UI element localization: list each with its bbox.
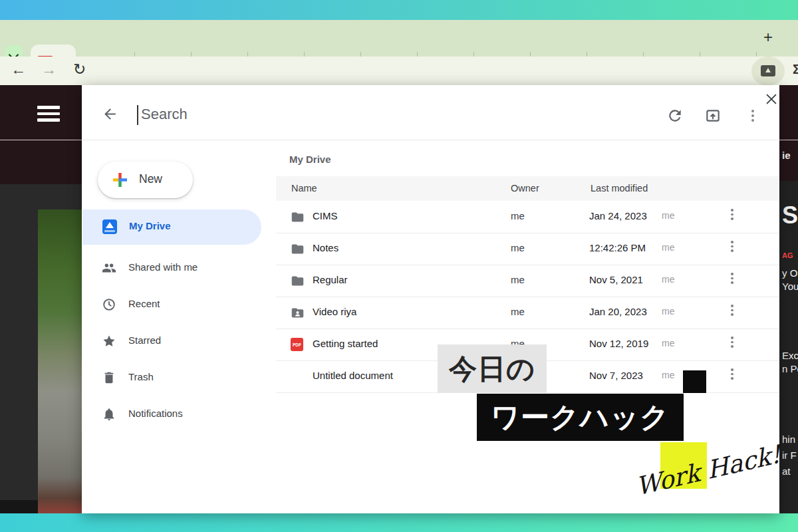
row-more-icon[interactable] (731, 305, 733, 316)
pdf-icon: PDF (291, 338, 303, 351)
table-row[interactable]: Video riya me Jan 20, 2023 me (276, 297, 779, 329)
open-in-window-icon[interactable] (704, 107, 722, 124)
new-button[interactable]: New (98, 162, 193, 198)
browser-toolbar: ← → ↻ makeuseof.com Σ (0, 57, 798, 85)
row-more-icon[interactable] (731, 336, 733, 348)
folder-icon (291, 210, 305, 224)
row-more-icon[interactable] (731, 273, 733, 284)
article-photo (38, 209, 82, 513)
table-row[interactable]: Notes me 12:42:26 PM me (276, 233, 779, 265)
column-name[interactable]: Name (291, 183, 317, 194)
browser-tab-bar: HUD M You Bac Che Bac 11v wor FEx San fi… (0, 20, 798, 57)
bell-icon (102, 407, 116, 422)
sidebar-item-recent[interactable]: Recent (82, 291, 261, 318)
page-header-left (0, 85, 82, 140)
forward-icon[interactable]: → (41, 61, 57, 78)
refresh-icon[interactable] (666, 107, 684, 124)
black-square-accent (683, 370, 706, 393)
extensions-button[interactable] (751, 57, 785, 86)
row-more-icon[interactable] (731, 368, 733, 380)
column-last-modified[interactable]: Last modified (591, 183, 648, 194)
row-more-icon[interactable] (731, 209, 733, 220)
back-arrow-icon[interactable] (102, 106, 118, 122)
plus-icon (111, 171, 129, 189)
sidebar-item-trash[interactable]: Trash (82, 364, 261, 391)
frame-top-gradient (0, 0, 798, 20)
table-header: Name Owner Last modified (276, 176, 779, 201)
table-row[interactable]: CIMS me Jan 24, 2023 me (276, 201, 779, 233)
row-more-icon[interactable] (731, 241, 733, 252)
search-input[interactable]: Search (141, 106, 188, 123)
close-icon[interactable] (764, 92, 779, 106)
back-icon[interactable]: ← (11, 61, 26, 78)
headline-line1: 今日の (438, 344, 547, 393)
sidebar-item-starred[interactable]: Starred (82, 328, 261, 354)
reload-icon[interactable]: ↻ (73, 61, 86, 78)
column-owner[interactable]: Owner (511, 183, 539, 194)
clock-icon (102, 297, 116, 312)
breadcrumb-my-drive[interactable]: My Drive (289, 154, 331, 165)
star-icon (101, 333, 117, 349)
more-options-icon[interactable] (744, 107, 761, 124)
sidebar-item-my-drive[interactable]: My Drive (82, 209, 261, 245)
table-row[interactable]: Regular me Nov 5, 2021 me (276, 265, 779, 297)
folder-icon (291, 242, 305, 256)
trash-icon (102, 370, 116, 385)
work-hack-signature: Work Hack! (628, 420, 788, 520)
sidebar-item-notifications[interactable]: Notifications (82, 401, 261, 428)
new-tab-button[interactable]: + (763, 31, 773, 44)
folder-icon (291, 274, 305, 288)
hamburger-menu-icon[interactable] (37, 106, 60, 122)
shared-folder-icon (291, 306, 305, 320)
sidebar-item-shared-with-me[interactable]: Shared with me (82, 255, 261, 281)
drive-folder-icon (761, 65, 775, 76)
people-icon (102, 261, 116, 275)
my-drive-icon (102, 219, 117, 234)
extension-icon-partial[interactable]: Σ (793, 62, 798, 79)
text-cursor (137, 105, 138, 125)
